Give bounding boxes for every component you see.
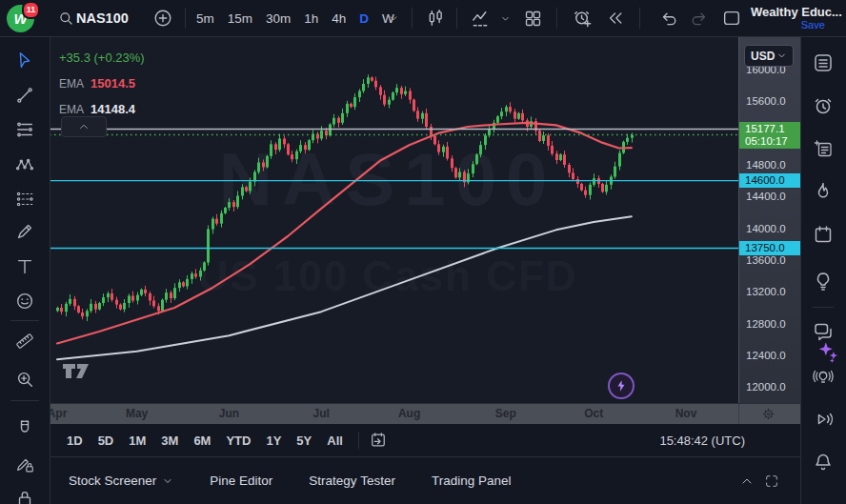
price-level-label-14600: 14600.0	[739, 173, 800, 188]
sidebar-divider	[813, 307, 834, 308]
calendar-icon[interactable]	[810, 221, 836, 248]
compare-add-symbol-icon[interactable]	[152, 0, 173, 36]
ema-fast-label: EMA	[59, 77, 84, 91]
lock-all-drawings-icon[interactable]	[10, 484, 39, 504]
range-1y[interactable]: 1Y	[258, 433, 289, 448]
hotlists-flame-icon[interactable]	[810, 178, 836, 205]
range-5d[interactable]: 5D	[91, 433, 122, 448]
session-clock[interactable]: 15:48:42 (UTC)	[659, 433, 800, 448]
ideas-bulb-icon[interactable]	[810, 268, 836, 294]
broker-logo[interactable]: W 11	[7, 0, 34, 36]
collapse-panel-chevron-icon[interactable]	[739, 474, 755, 489]
range-ytd[interactable]: YTD	[218, 433, 258, 448]
zoom-in-tool-icon[interactable]	[10, 365, 39, 393]
interval-15m[interactable]: 15m	[226, 11, 254, 26]
price-level-label-15177.1: 15177.105:10:17	[739, 122, 800, 149]
drawing-toolbar	[0, 36, 50, 504]
toolbar-divider	[10, 400, 39, 401]
month-label-nov: Nov	[675, 407, 697, 420]
tradingview-logo[interactable]	[62, 363, 96, 387]
magnet-tool-icon[interactable]	[10, 414, 39, 443]
layout-templates-icon[interactable]	[523, 0, 543, 36]
price-tick-14800: 14800.0	[739, 158, 800, 171]
watchlist-icon[interactable]	[810, 50, 836, 76]
streams-icon[interactable]	[810, 406, 836, 433]
month-label-jun: Jun	[219, 407, 239, 420]
cursor-tool-icon[interactable]	[10, 47, 39, 75]
search-icon[interactable]	[57, 0, 75, 36]
currency-dropdown[interactable]: USD	[744, 45, 794, 67]
alerts-icon[interactable]	[810, 92, 836, 119]
fib-retracement-tool-icon[interactable]	[10, 115, 39, 144]
drawing-lock-icon[interactable]	[10, 450, 39, 478]
price-level-label-13750: 13750.0	[739, 241, 800, 255]
notes-icon[interactable]	[810, 135, 836, 162]
panel-tab-stock-screener[interactable]: Stock Screener	[69, 474, 173, 488]
live-ideas-icon[interactable]	[810, 363, 836, 390]
top-toolbar: W 11 NAS100 5m15m30m1h4hDW	[0, 0, 846, 37]
projection-tool-icon[interactable]	[10, 185, 39, 213]
candle-style-icon[interactable]	[425, 0, 446, 36]
candlestick-chart[interactable]	[50, 36, 738, 403]
go-to-date-icon[interactable]	[369, 431, 388, 450]
panel-tab-strategy-tester[interactable]: Strategy Tester	[309, 474, 395, 488]
symbol-change-row[interactable]: +35.3 (+0.23%)	[59, 45, 145, 71]
interval-D[interactable]: D	[357, 11, 371, 26]
indicators-dropdown-chevron[interactable]	[499, 0, 512, 36]
save-link[interactable]: Save	[801, 19, 825, 30]
price-axis[interactable]: USD 15250.015177.105:10:1714600.013750.0…	[738, 36, 800, 403]
account-menu[interactable]: Wealthy Educ... Save	[751, 0, 842, 36]
panel-tab-trading-panel[interactable]: Trading Panel	[432, 474, 512, 488]
range-3m[interactable]: 3M	[153, 433, 186, 448]
month-label-may: May	[126, 407, 148, 420]
redo-icon[interactable]	[688, 0, 708, 36]
toolbar-separator	[556, 8, 557, 29]
create-alert-icon[interactable]	[572, 0, 594, 36]
interval-1h[interactable]: 1h	[302, 11, 320, 26]
maximize-panel-icon[interactable]	[764, 474, 779, 489]
toolbar-separator	[456, 8, 457, 29]
symbol-label: NAS100	[76, 10, 129, 26]
xabcd-pattern-tool-icon[interactable]	[10, 151, 39, 179]
chevron-down-icon	[776, 50, 787, 61]
toolbar-divider	[10, 320, 39, 321]
range-all[interactable]: All	[319, 433, 351, 448]
price-change-label: +35.3 (+0.23%)	[59, 50, 145, 65]
measure-tool-icon[interactable]	[10, 327, 39, 355]
range-6m[interactable]: 6M	[186, 433, 218, 448]
account-name: Wealthy Educ...	[751, 6, 842, 19]
panel-tab-pine-editor[interactable]: Pine Editor	[210, 474, 272, 488]
ema-fast-row[interactable]: EMA 15014.5	[59, 71, 145, 96]
legend-collapse-button[interactable]	[61, 116, 107, 137]
chart-pane[interactable]: NAS100 US 100 Cash CFD +35.3 (+0.23%) EM…	[50, 36, 738, 403]
text-tool-icon[interactable]	[10, 252, 39, 281]
interval-dropdown-chevron[interactable]	[387, 0, 400, 36]
price-tick-15600: 15600.0	[739, 94, 800, 108]
brush-tool-icon[interactable]	[10, 217, 39, 246]
time-axis[interactable]: AprMayJunJulAugSepOctNov	[50, 403, 800, 424]
trend-line-tool-icon[interactable]	[10, 81, 39, 110]
month-label-apr: Apr	[50, 407, 67, 420]
undo-icon[interactable]	[660, 0, 680, 36]
emoji-tool-icon[interactable]	[10, 287, 39, 315]
interval-30m[interactable]: 30m	[264, 11, 292, 26]
month-label-sep: Sep	[495, 407, 516, 420]
interval-4h[interactable]: 4h	[330, 11, 348, 26]
notifications-bell-icon[interactable]	[810, 449, 836, 475]
bar-countdown: 05:10:17	[745, 135, 800, 148]
price-tick-12000: 12000.0	[739, 380, 800, 393]
chart-legend: +35.3 (+0.23%) EMA 15014.5 EMA 14148.4	[59, 45, 145, 122]
toolbar-separator	[639, 8, 640, 29]
axis-settings-gear-icon[interactable]	[761, 407, 776, 421]
layout-select-icon[interactable]	[721, 0, 742, 36]
range-5y[interactable]: 5Y	[289, 433, 319, 448]
ai-sparkle-icon[interactable]	[815, 338, 841, 365]
range-1m[interactable]: 1M	[121, 433, 153, 448]
boost-lightning-badge[interactable]	[608, 373, 634, 399]
indicators-icon[interactable]	[470, 0, 492, 36]
range-1d[interactable]: 1D	[59, 433, 91, 448]
symbol-search-button[interactable]: NAS100	[76, 0, 129, 36]
interval-5m[interactable]: 5m	[194, 11, 216, 26]
month-label-jul: Jul	[313, 407, 330, 420]
bar-replay-icon[interactable]	[606, 0, 625, 36]
